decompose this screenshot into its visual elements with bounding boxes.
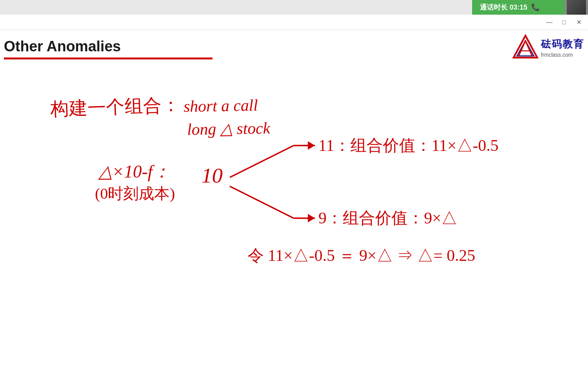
page-title: Other Anomalies — [4, 38, 588, 56]
window-chrome: — □ ✕ — [0, 15, 588, 30]
svg-text:(0时刻成本): (0时刻成本) — [95, 185, 175, 202]
title-underline — [4, 58, 212, 59]
call-duration-text: 通话时长 03:15 — [480, 3, 527, 12]
svg-line-15 — [230, 186, 294, 218]
top-bar: 通话时长 03:15 📞 — [0, 0, 588, 15]
svg-text:△×10-f：: △×10-f： — [98, 162, 170, 181]
main-content: Other Anomalies 砝码教育 frmclass.com 构建一个组合… — [0, 30, 588, 367]
svg-marker-0 — [513, 36, 537, 58]
minimize-button[interactable]: — — [546, 19, 553, 26]
call-notification: 通话时长 03:15 📞 — [472, 0, 565, 15]
maximize-button[interactable]: □ — [561, 19, 568, 26]
svg-text:short a call: short a call — [184, 96, 258, 115]
logo-triangle-icon — [512, 34, 539, 61]
avatar-image — [567, 0, 586, 15]
logo-area: 砝码教育 frmclass.com — [512, 34, 584, 61]
svg-text:10: 10 — [201, 164, 223, 187]
title-section: Other Anomalies — [4, 38, 588, 59]
svg-marker-13 — [308, 141, 315, 150]
svg-text:令 11×△-0.5 ＝ 9×△ ⇒ △= 0.25: 令 11×△-0.5 ＝ 9×△ ⇒ △= 0.25 — [248, 246, 475, 264]
svg-marker-17 — [308, 214, 315, 222]
handwriting-area: 构建一个组合： short a call long △ stock △×10-f… — [0, 76, 588, 367]
user-avatar — [565, 0, 588, 15]
logo-website: frmclass.com — [541, 52, 584, 58]
close-button[interactable]: ✕ — [575, 19, 582, 26]
phone-icon: 📞 — [531, 3, 540, 12]
svg-line-11 — [230, 145, 294, 178]
logo-company-name: 砝码教育 — [541, 37, 584, 51]
logo-text-area: 砝码教育 frmclass.com — [541, 37, 584, 58]
handwriting-content: 构建一个组合： short a call long △ stock △×10-f… — [0, 76, 588, 367]
svg-text:11：组合价值：11×△-0.5: 11：组合价值：11×△-0.5 — [318, 136, 498, 154]
svg-text:9：组合价值：9×△: 9：组合价值：9×△ — [318, 209, 457, 227]
svg-text:long △ stock: long △ stock — [187, 119, 271, 139]
svg-text:构建一个组合：: 构建一个组合： — [50, 94, 181, 119]
